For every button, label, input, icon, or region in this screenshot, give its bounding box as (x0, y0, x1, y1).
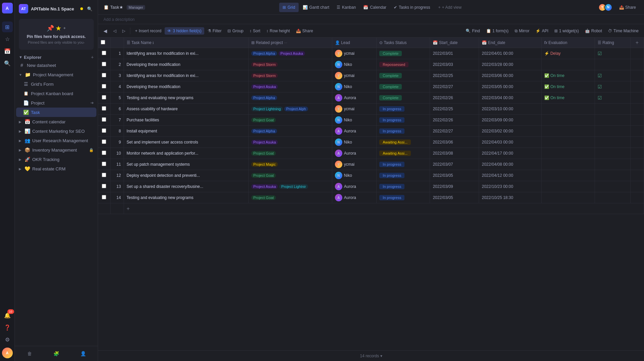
forms-btn[interactable]: 📋 1 form(s) (483, 27, 511, 35)
status-badge[interactable]: In progress (379, 184, 404, 189)
redo-btn[interactable]: ▷ (120, 27, 128, 35)
project-tag[interactable]: Project Goat (251, 151, 276, 156)
status-badge[interactable]: In progress (379, 162, 404, 167)
task-name-cell[interactable]: Set up patch management systems (124, 159, 248, 170)
sidebar-item-task[interactable]: ✅ Task (16, 108, 96, 117)
th-task-name[interactable]: ☰ Task Name ℹ (124, 38, 248, 48)
row-checkbox[interactable] (102, 62, 106, 66)
add-view-btn[interactable]: + + Add view (435, 4, 464, 11)
star-icon[interactable]: ☆ (2, 34, 13, 44)
select-all-checkbox[interactable] (101, 40, 105, 44)
task-name-cell[interactable]: Testing and evaluating new programs (124, 192, 248, 203)
status-badge[interactable]: Complete (379, 51, 402, 56)
tab-gantt[interactable]: 📊 Gantt chart (299, 3, 333, 12)
share-header-btn[interactable]: 📤 Share (616, 4, 639, 11)
help-icon[interactable]: ❓ (2, 322, 13, 333)
widget-btn[interactable]: ⊞ 1 widget(s) (552, 27, 582, 35)
row-checkbox[interactable] (102, 162, 106, 166)
project-tag[interactable]: Project Lightnir (279, 184, 308, 189)
workspace-search-btn[interactable]: 🔍 (86, 5, 94, 13)
sidebar-item-content-calendar[interactable]: ▶ 📅 Content calendar (16, 117, 96, 126)
row-checkbox[interactable] (102, 106, 106, 111)
tab-kanban[interactable]: ☰ Kanban (333, 3, 359, 12)
project-tag[interactable]: Project Alph (284, 107, 308, 111)
project-tag[interactable]: Project Storm (251, 62, 278, 67)
sidebar-item-new-datasheet[interactable]: # New datasheet (16, 61, 96, 70)
tab-calendar[interactable]: 📅 Calendar (360, 3, 390, 12)
row-height-btn[interactable]: ↕ Row height (264, 27, 293, 35)
search-icon[interactable]: 🔍 (2, 58, 13, 69)
task-name-cell[interactable]: Identifying areas for modification in ex… (124, 70, 248, 81)
add-description-btn[interactable]: Add a description (103, 17, 135, 22)
th-rating[interactable]: ☰ Rating (595, 38, 630, 48)
row-checkbox[interactable] (102, 195, 106, 199)
task-name-cell[interactable]: Assess usability of hardware (124, 104, 248, 115)
explorer-section-header[interactable]: ▼ Explorer + (16, 52, 96, 61)
task-name-cell[interactable]: Monitor network and application perfor..… (124, 148, 248, 159)
task-name-cell[interactable]: Deploy endpoint detection and preventi..… (124, 170, 248, 181)
collapse-sidebar-btn[interactable]: ◀ (101, 27, 110, 35)
related-project-sort[interactable]: ⋯ (284, 41, 287, 45)
add-column-btn[interactable]: + (636, 40, 639, 45)
row-checkbox[interactable] (102, 173, 106, 177)
task-name-cell[interactable]: Purchase facilities (124, 115, 248, 126)
invite-btn[interactable]: 👤 (78, 349, 88, 358)
tab-tasks-progress[interactable]: ✔ Tasks in progress (390, 3, 433, 12)
th-sort-icon[interactable]: ℹ (153, 41, 154, 45)
sidebar-item-content-marketing[interactable]: ▶ 📊 Content Marketing for SEO (16, 126, 96, 136)
th-start-date[interactable]: 📅 Start_date (430, 38, 479, 48)
th-status[interactable]: ⊙ Tasks Status (377, 38, 430, 48)
api-btn[interactable]: ⚡ API (533, 27, 551, 35)
group-btn[interactable]: ⊟ Group (225, 27, 246, 35)
status-badge[interactable]: In progress (379, 128, 404, 134)
status-badge[interactable]: In progress (379, 195, 404, 200)
sidebar-item-project-kanban[interactable]: 📋 Project Kanban board (16, 89, 96, 98)
task-name-cell[interactable]: Developing these modification (124, 81, 248, 92)
project-tag[interactable]: Project Asuka (251, 184, 278, 189)
project-tag[interactable]: Project Asuka (251, 84, 278, 89)
time-machine-btn[interactable]: ⏱ Time Machine (605, 27, 641, 35)
status-badge[interactable]: Awaiting Assi... (379, 139, 411, 145)
th-lead[interactable]: 👤 Lead (332, 38, 377, 48)
table-container[interactable]: ☰ Task Name ℹ ⊞ Related project ⋯ 👤 Lead (98, 38, 644, 350)
insert-record-btn[interactable]: + Insert record (132, 27, 164, 35)
sidebar-item-user-research[interactable]: ▶ 👥 User Research Management (16, 136, 96, 145)
project-tag[interactable]: Project Asuka (251, 140, 278, 145)
status-badge[interactable]: Complete (379, 84, 402, 89)
th-end-date[interactable]: 📅 End_date (479, 38, 542, 48)
add-row[interactable]: + (98, 203, 644, 214)
task-name-cell[interactable]: Install equipment (124, 126, 248, 137)
trash-btn[interactable]: 🗑 (25, 349, 34, 358)
undo-btn[interactable]: ◁ (111, 27, 119, 35)
status-badge[interactable]: In progress (379, 117, 404, 123)
row-checkbox[interactable] (102, 184, 106, 188)
add-record-btn[interactable]: + (127, 206, 130, 211)
project-tag[interactable]: Project Asuka (278, 51, 305, 56)
row-checkbox[interactable] (102, 84, 106, 88)
home-icon[interactable]: ⊞ (2, 22, 13, 32)
sort-btn[interactable]: ↕ Sort (247, 27, 263, 35)
project-tag[interactable]: Project Goat (251, 173, 276, 178)
tab-grid[interactable]: ⊞ Grid (279, 3, 299, 12)
sidebar-item-real-estate[interactable]: ▶ 💛 Real estate CRM (16, 164, 96, 173)
row-checkbox[interactable] (102, 151, 106, 155)
status-badge[interactable]: Awaiting Assi... (379, 151, 411, 156)
row-checkbox[interactable] (102, 128, 106, 133)
hidden-fields-btn[interactable]: 👁 3 hidden field(s) (165, 27, 204, 35)
sidebar-item-project-management[interactable]: ▼ 📁 Project Management + (16, 70, 96, 79)
sidebar-item-grids-form[interactable]: ☰ Grid's Form (16, 79, 96, 89)
task-name-cell[interactable]: Identifying areas for modification in ex… (124, 48, 248, 59)
status-badge[interactable]: Repossessed (379, 62, 409, 67)
row-checkbox[interactable] (102, 95, 106, 99)
settings-icon[interactable]: ⚙ (2, 334, 13, 345)
task-name-cell[interactable]: Set and implement user access controls (124, 137, 248, 148)
th-add-col[interactable]: + (631, 38, 644, 48)
row-checkbox[interactable] (102, 73, 106, 77)
row-checkbox[interactable] (102, 139, 106, 144)
find-btn[interactable]: 🔍 Find (463, 27, 482, 35)
app-logo[interactable]: A (2, 3, 13, 13)
mirror-btn[interactable]: ⧉ Mirror (512, 27, 532, 35)
status-badge[interactable]: Complete (379, 95, 402, 101)
row-checkbox[interactable] (102, 51, 106, 55)
robot-btn[interactable]: 🤖 Robot (582, 27, 605, 35)
